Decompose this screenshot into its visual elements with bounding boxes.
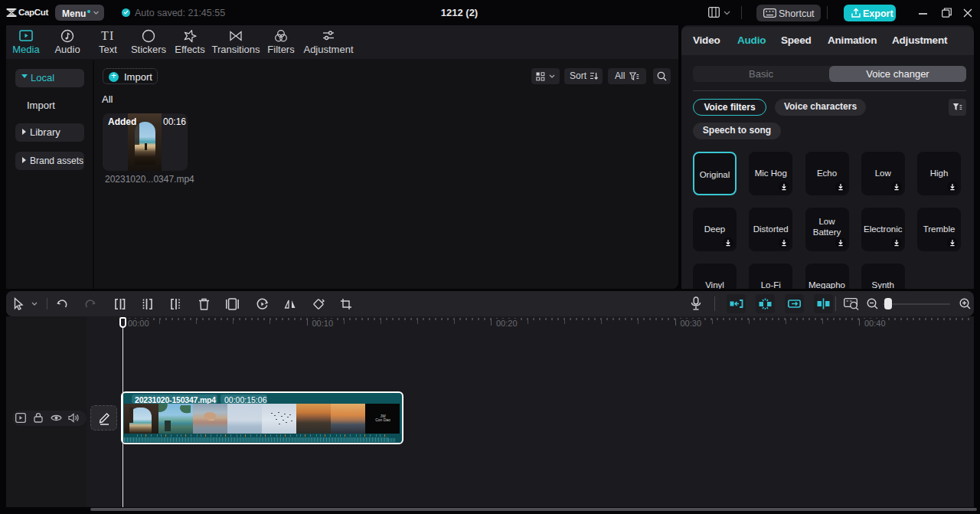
svg-text:T: T bbox=[101, 29, 109, 42]
svg-text:I: I bbox=[109, 29, 113, 42]
